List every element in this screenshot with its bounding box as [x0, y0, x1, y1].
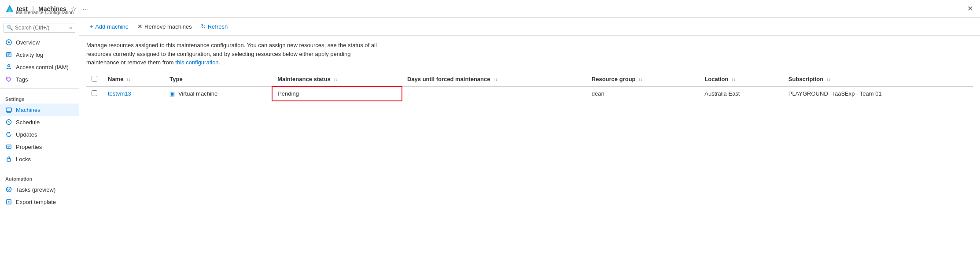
schedule-icon	[5, 119, 12, 126]
refresh-label: Refresh	[208, 23, 228, 30]
collapse-button[interactable]: «	[69, 25, 72, 31]
description-body: Manage resources assigned to this mainte…	[86, 42, 377, 66]
sidebar-item-activity-log[interactable]: Activity log	[0, 48, 79, 61]
location-value: Australia East	[704, 90, 740, 97]
row-checkbox[interactable]	[92, 90, 97, 96]
overview-icon	[5, 39, 12, 46]
machines-table: Name ↑↓ Type Maintenance status ↑↓ Days …	[86, 72, 973, 102]
sidebar-item-tasks[interactable]: Tasks (preview)	[0, 183, 79, 196]
main-layout: 🔍 « Overview Activity log Access control…	[0, 18, 980, 256]
sidebar-item-schedule[interactable]: Schedule	[0, 116, 79, 128]
sidebar: 🔍 « Overview Activity log Access control…	[0, 18, 79, 256]
sidebar-item-export-template[interactable]: Export template	[0, 196, 79, 208]
activity-log-label: Activity log	[16, 52, 43, 58]
subscription-column-header[interactable]: Subscription ↑↓	[783, 72, 973, 87]
vm-type-icon: ▣	[169, 90, 175, 97]
svg-rect-10	[6, 108, 11, 111]
row-checkbox-cell[interactable]	[86, 86, 103, 101]
resource-group-value: dean	[592, 90, 604, 97]
overview-label: Overview	[16, 39, 40, 46]
resource-group-column-header[interactable]: Resource group ↑↓	[586, 72, 699, 87]
subscription-value: PLAYGROUND - IaaSExp - Team 01	[788, 90, 882, 97]
tasks-label: Tasks (preview)	[16, 186, 55, 193]
schedule-label: Schedule	[16, 119, 40, 126]
top-bar: test | Machines ☆ ··· Maintenance Config…	[0, 0, 980, 18]
remove-machines-button[interactable]: ✕ Remove machines	[134, 21, 195, 32]
days-until-forced-column-header[interactable]: Days until forced maintenance ↑↓	[402, 72, 586, 87]
sidebar-item-locks[interactable]: Locks	[0, 153, 79, 165]
activity-log-icon	[5, 51, 12, 58]
subtitle-text: Maintenance Configuration	[16, 10, 74, 15]
sidebar-item-properties[interactable]: Properties	[0, 141, 79, 153]
configuration-link[interactable]: this configuration	[175, 59, 218, 66]
locks-icon	[5, 156, 12, 163]
resource-group-sort-icon: ↑↓	[638, 77, 643, 82]
settings-divider	[0, 88, 79, 89]
content-area: + Add machine ✕ Remove machines ↻ Refres…	[79, 18, 980, 256]
maintenance-status-sort-icon: ↑↓	[333, 77, 338, 82]
vm-name-cell: testvm13	[103, 86, 164, 101]
tags-icon	[5, 76, 12, 83]
top-bar-subtitle-area: Maintenance Configuration	[16, 10, 74, 15]
more-options-button[interactable]: ···	[81, 4, 90, 14]
sidebar-item-access-control[interactable]: Access control (IAM)	[0, 61, 79, 73]
remove-machines-icon: ✕	[137, 23, 143, 30]
search-box[interactable]: 🔍 «	[4, 23, 75, 33]
close-button[interactable]: ✕	[965, 3, 975, 15]
subscription-header-label: Subscription	[788, 76, 823, 82]
sidebar-item-overview[interactable]: Overview	[0, 36, 79, 48]
machines-label: Machines	[16, 107, 41, 113]
days-until-forced-value: -	[408, 90, 409, 97]
location-header-label: Location	[704, 76, 728, 82]
svg-rect-20	[7, 159, 11, 161]
remove-machines-label: Remove machines	[144, 23, 192, 30]
type-column-header: Type	[164, 72, 272, 87]
maintenance-status-cell: Pending	[272, 86, 402, 101]
name-sort-icon: ↑↓	[126, 77, 131, 82]
name-column-header[interactable]: Name ↑↓	[103, 72, 164, 87]
toolbar: + Add machine ✕ Remove machines ↻ Refres…	[79, 18, 980, 36]
vm-name-link[interactable]: testvm13	[108, 90, 131, 97]
sidebar-item-tags[interactable]: Tags	[0, 73, 79, 85]
azure-logo-icon	[5, 4, 14, 13]
refresh-icon: ↻	[201, 23, 206, 30]
svg-point-3	[8, 41, 10, 43]
select-all-checkbox[interactable]	[92, 76, 97, 82]
subscription-cell: PLAYGROUND - IaaSExp - Team 01	[783, 86, 973, 101]
search-input[interactable]	[15, 25, 66, 31]
name-header-label: Name	[108, 76, 123, 82]
subscription-sort-icon: ↑↓	[826, 77, 831, 82]
locks-label: Locks	[16, 156, 31, 163]
properties-label: Properties	[16, 144, 42, 150]
add-machine-label: Add machine	[95, 23, 129, 30]
updates-icon	[5, 131, 12, 138]
type-header-label: Type	[169, 76, 182, 82]
select-all-header[interactable]	[86, 72, 103, 87]
maintenance-status-column-header[interactable]: Maintenance status ↑↓	[272, 72, 402, 87]
settings-section-label: Settings	[0, 91, 79, 104]
updates-label: Updates	[16, 131, 37, 138]
svg-rect-17	[7, 145, 11, 148]
export-template-icon	[5, 198, 12, 205]
maintenance-status-header-label: Maintenance status	[277, 76, 331, 82]
location-cell: Australia East	[699, 86, 783, 101]
automation-divider	[0, 168, 79, 168]
svg-point-8	[8, 65, 10, 67]
svg-point-9	[7, 78, 8, 79]
search-icon: 🔍	[7, 25, 13, 31]
sidebar-item-updates[interactable]: Updates	[0, 128, 79, 141]
automation-section-label: Automation	[0, 171, 79, 183]
sidebar-item-machines[interactable]: Machines	[0, 104, 79, 116]
location-column-header[interactable]: Location ↑↓	[699, 72, 783, 87]
days-until-forced-cell: -	[402, 86, 586, 101]
export-template-label: Export template	[16, 199, 56, 205]
description-text: Manage resources assigned to this mainte…	[79, 36, 387, 72]
vm-type-cell: ▣ Virtual machine	[164, 86, 272, 101]
table-row: testvm13 ▣ Virtual machine Pending -	[86, 86, 973, 101]
add-machine-button[interactable]: + Add machine	[86, 21, 132, 32]
days-until-forced-header-label: Days until forced maintenance	[407, 76, 490, 82]
refresh-button[interactable]: ↻ Refresh	[197, 21, 232, 32]
days-until-forced-sort-icon: ↑↓	[493, 77, 497, 82]
access-control-label: Access control (IAM)	[16, 64, 69, 70]
maintenance-status-value: Pending	[278, 90, 299, 97]
